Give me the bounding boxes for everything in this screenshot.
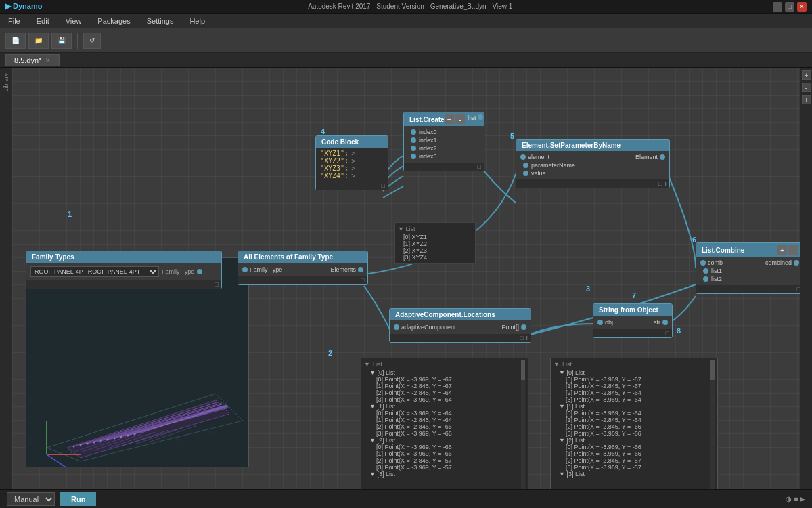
node-list-create-header: List.Create + - list [404,112,484,126]
menu-help[interactable]: Help [185,16,209,26]
expand-icon-4[interactable]: □ [478,163,481,170]
tab-file[interactable]: 8.5.dyn* ✕ [5,54,60,66]
cb-preview-0: [0] XYZ1 [398,234,472,240]
list-port-index2: index2 [408,144,480,152]
node-list-create[interactable]: List.Create + - list index0 index1 [403,112,484,171]
list-create-out-port [478,114,483,120]
node-family-types-body: ROOF-PANEL-4PT:ROOF-PANEL-4PT Family Typ… [26,263,221,280]
svg-line-13 [94,405,226,442]
set-param-paramname: parameterName [520,161,665,169]
toolbar: 📄 📁 💾 ↺ [0,28,812,53]
code-line-1: "XYZ1"; > [320,150,384,157]
list-combine-plus[interactable]: + [777,245,787,255]
node-string-footer: □ [593,329,672,337]
maximize-button[interactable]: □ [785,2,794,12]
svg-point-33 [107,439,109,441]
tab-close[interactable]: ✕ [45,57,51,64]
scroll-bg-right [710,360,715,489]
tab-label: 8.5.dyn* [14,56,41,64]
node-set-param-header: Element.SetParameterByName [516,140,669,151]
node-list-create-body: index0 index1 index2 index3 [404,126,484,163]
set-param-value: value [520,169,665,177]
zoom-in-button[interactable]: + [802,70,811,80]
status-bar: Manual Run ◑ ■ ▶ [0,489,812,508]
menu-view[interactable]: View [62,16,86,26]
cb-preview-2: [2] XYZ3 [398,247,472,254]
toolbar-undo[interactable]: ↺ [83,33,101,49]
preview-header-cb: ▼ List [398,226,472,232]
main-area: Library [0,68,812,489]
svg-point-35 [120,436,122,438]
preview-panel-left: ▼ List ▼ [0] List [0] Point(X = -3.969, … [361,358,528,489]
family-types-out-port [197,269,202,274]
canvas[interactable]: 1 Family Types ROOF-PANEL-4PT:ROOF-PANEL… [12,68,800,489]
zoom-out-button[interactable]: - [802,83,811,92]
family-types-dropdown[interactable]: ROOF-PANEL-4PT:ROOF-PANEL-4PT [30,266,159,277]
combine-list1: list1 [700,267,799,275]
code-text-2: "XYZ2"; [320,157,348,165]
close-button[interactable]: ✕ [797,2,807,12]
node-all-elements-header: All Elements of Family Type [238,251,367,263]
expand-icon-2[interactable]: □ [361,277,365,284]
toolbar-save[interactable]: 💾 [51,33,72,49]
node-adaptive-body: adaptiveComponent Point[] [390,320,531,334]
preview-panel-right: ▼ List ▼ [0] List [0] Point(X = -3.969, … [550,358,718,489]
node-list-combine[interactable]: List.Combine + - comb combined [696,242,800,294]
list-create-plus[interactable]: + [445,114,454,124]
expand-icon-3[interactable]: □ [382,182,385,189]
node-list-create-footer: □ [404,163,484,171]
code-line-2: "XYZ2"; > [320,157,384,165]
node-string-header: String from Object [593,304,672,316]
node-all-elements[interactable]: All Elements of Family Type Family Type … [238,251,368,285]
node-set-param-body: element Element parameterName value [516,151,669,179]
left-sidebar: Library [0,68,12,489]
node-set-param-footer: □ I [516,179,669,188]
toolbar-new[interactable]: 📄 [5,33,26,49]
prev-l-1: ▼ [1] List [364,403,525,410]
svg-point-31 [93,442,95,444]
menu-packages[interactable]: Packages [93,16,134,26]
node-family-types-header: Family Types [26,251,221,263]
cb-preview-1: [1] XYZ2 [398,240,472,247]
toolbar-open[interactable]: 📁 [28,33,49,49]
list-combine-title: List.Combine [702,247,744,254]
node-string-from-object[interactable]: String from Object obj str □ [593,303,673,338]
list-port-index0: index0 [408,128,480,136]
expand-icon-5[interactable]: □ [666,330,669,337]
list-create-title: List.Create [409,116,445,123]
window-title: Autodesk Revit 2017 - Student Version - … [47,3,773,10]
node-element-set-param[interactable]: Element.SetParameterByName element Eleme… [516,139,670,188]
run-mode-select[interactable]: Manual [7,492,55,506]
menu-bar: File Edit View Packages Settings Help [0,14,812,28]
list-combine-controls: + - [777,245,798,255]
expand-icon[interactable]: □ [215,281,219,288]
node-all-elements-body: Family Type Elements [238,263,367,276]
node-adaptive-component[interactable]: AdaptiveComponent.Locations adaptiveComp… [389,308,531,343]
svg-point-37 [134,433,136,436]
tab-bar: 8.5.dyn* ✕ [0,53,812,68]
zoom-fit-button[interactable]: + [802,95,811,104]
scroll-thumb-right [710,360,715,380]
svg-point-29 [80,444,82,446]
node-adaptive-header: AdaptiveComponent.Locations [390,309,531,320]
menu-file[interactable]: File [4,16,24,26]
right-sidebar: + - + [800,68,812,489]
list-combine-minus[interactable]: - [788,245,798,255]
node-code-block-body: "XYZ1"; > "XYZ2"; > "XYZ3"; > "XYZ4"; > [316,148,388,182]
list-port-index3: index3 [408,152,480,161]
family-type-output-label: Family Type [162,268,194,275]
expand-icon-6[interactable]: □ [797,286,800,293]
node-code-block[interactable]: Code Block "XYZ1"; > "XYZ2"; > "XYZ3"; >… [315,135,388,190]
menu-settings[interactable]: Settings [143,16,178,26]
node-family-types[interactable]: Family Types ROOF-PANEL-4PT:ROOF-PANEL-4… [26,251,222,289]
run-button[interactable]: Run [60,492,96,506]
code-block-preview: ▼ List [0] XYZ1 [1] XYZ2 [2] XYZ3 [3] XY… [394,222,476,264]
svg-line-12 [87,404,224,444]
menu-edit[interactable]: Edit [32,16,53,26]
list-create-minus[interactable]: - [455,114,465,124]
title-bar: ▶ Dynamo Autodesk Revit 2017 - Student V… [0,0,812,14]
node-string-body: obj str [593,316,672,329]
svg-line-10 [74,402,219,446]
minimize-button[interactable]: — [773,2,782,12]
preview-right-header: ▼ List [554,361,715,368]
